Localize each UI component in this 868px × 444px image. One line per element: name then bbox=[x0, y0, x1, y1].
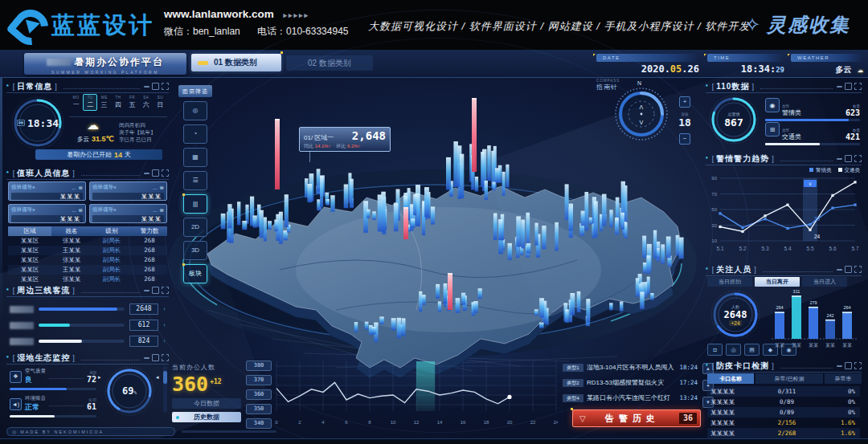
compass-widget: COMPASS 指南针 N ᐱ ᐯ + 层级 18 − bbox=[595, 79, 691, 167]
list-layer-button[interactable]: ☰ bbox=[183, 171, 207, 190]
badge-icon[interactable]: ◎ bbox=[726, 344, 741, 356]
flow-row: 2648↑ bbox=[10, 303, 166, 315]
window-icon[interactable] bbox=[152, 287, 159, 294]
svg-text:5.4: 5.4 bbox=[784, 246, 791, 251]
checkpoint-row: 某某某某2/1561.6% bbox=[707, 418, 860, 428]
tooltip-index: 01/ bbox=[304, 134, 313, 141]
brand-name: 蓝蓝设计 bbox=[51, 10, 154, 42]
mode-block-button[interactable]: 板块 bbox=[183, 264, 207, 283]
y-tick: 380 bbox=[246, 360, 272, 371]
minimize-icon[interactable] bbox=[837, 269, 842, 271]
svg-text:10: 10 bbox=[391, 420, 396, 425]
table-header: 区域姓名级别警力数 bbox=[8, 226, 167, 236]
mode-3d-button[interactable]: 3D bbox=[183, 241, 207, 260]
zoom-out-button[interactable]: − bbox=[679, 133, 690, 145]
panel-title: 关注人员 bbox=[716, 264, 751, 275]
arrow-icon: » bbox=[32, 185, 35, 190]
checkpoint-tab[interactable]: 异常率 bbox=[825, 373, 862, 384]
close-icon[interactable]: ⊗ bbox=[79, 185, 83, 191]
window-icon[interactable] bbox=[845, 155, 852, 162]
expand-icon[interactable] bbox=[162, 169, 169, 177]
minimize-icon[interactable] bbox=[837, 86, 842, 88]
today-data-button[interactable]: 今日数据 bbox=[172, 398, 241, 409]
window-icon[interactable] bbox=[152, 83, 159, 90]
panel-header: *[周边三线客流] bbox=[6, 284, 169, 297]
duty-leader-card[interactable]: 值班领导 »...⊗某某某 bbox=[8, 181, 86, 201]
duty-leader-card[interactable]: 值班领导 »...⊗某某某 bbox=[89, 181, 167, 201]
minimize-icon[interactable] bbox=[144, 173, 149, 174]
y-tick: 340 bbox=[246, 418, 272, 429]
col-header[interactable]: 级别 bbox=[92, 226, 132, 236]
week-cell[interactable]: TH四 bbox=[111, 94, 125, 111]
week-cell[interactable]: SU日 bbox=[154, 94, 167, 111]
window-icon[interactable] bbox=[845, 83, 852, 90]
window-icon[interactable] bbox=[152, 354, 159, 361]
duty-leader-card[interactable]: 值班领导 »...⊗某某某 bbox=[89, 204, 167, 223]
panel-header: *[警情警力趋势] bbox=[706, 153, 862, 165]
expand-icon[interactable] bbox=[854, 155, 862, 162]
tab-data-category-2[interactable]: 02 数据类别 bbox=[286, 55, 373, 71]
car-icon[interactable]: ◘ bbox=[707, 344, 723, 356]
minimize-icon[interactable] bbox=[837, 158, 842, 160]
bars-layer-button[interactable]: ||| bbox=[183, 194, 207, 214]
flow-bar bbox=[39, 324, 70, 327]
metric-value: 61 bbox=[87, 402, 96, 411]
category-name: 交通类 bbox=[782, 132, 801, 141]
duty-leader-card[interactable]: 值班领导 »...⊗某某某 bbox=[8, 204, 86, 223]
week-cell[interactable]: WE三 bbox=[97, 94, 111, 111]
svg-text:16: 16 bbox=[461, 420, 466, 425]
alert-history-count: 36 bbox=[679, 413, 697, 424]
alert-time: 17:24 bbox=[679, 379, 698, 386]
alert-row[interactable]: 类型1湿地3-104片区有不明人员闯入18:24 bbox=[563, 361, 698, 373]
window-buttons bbox=[144, 287, 169, 294]
bracket: [ bbox=[13, 287, 15, 295]
gauge-right-arrow[interactable]: ◂ bbox=[156, 374, 159, 381]
close-icon[interactable]: ⊗ bbox=[79, 207, 83, 214]
window-buttons bbox=[144, 354, 169, 361]
alert-history-banner[interactable]: ▽ 告警历史 36 bbox=[572, 409, 701, 427]
expand-icon[interactable] bbox=[162, 287, 169, 294]
bracket: ] bbox=[751, 83, 754, 91]
history-data-button[interactable]: 历史数据 bbox=[172, 412, 241, 422]
week-cell[interactable]: FR五 bbox=[125, 94, 139, 111]
checkpoint-tab[interactable]: 异常/已检测 bbox=[755, 373, 823, 384]
poi-layer-button[interactable]: ◎ bbox=[183, 101, 207, 120]
minimize-icon[interactable] bbox=[144, 357, 149, 359]
week-cell[interactable]: TU二 bbox=[83, 94, 96, 111]
alert-row[interactable]: 类型2RD13-53烟感报警疑似火灾17:24 bbox=[563, 377, 698, 389]
focus-tab[interactable]: 当日抓拍 bbox=[707, 277, 752, 287]
minimize-icon[interactable] bbox=[144, 86, 149, 88]
mini-scrollbar[interactable] bbox=[163, 366, 167, 413]
window-icon[interactable] bbox=[152, 169, 159, 177]
minimize-icon[interactable] bbox=[144, 290, 149, 291]
col-header[interactable]: 区域 bbox=[8, 226, 51, 236]
110-category-row: ◉类型警情类数量623 bbox=[765, 98, 860, 121]
close-icon[interactable]: ⊗ bbox=[160, 207, 164, 214]
col-header[interactable]: 警力数 bbox=[132, 226, 167, 236]
expand-icon[interactable] bbox=[162, 354, 169, 361]
window-icon[interactable] bbox=[845, 266, 852, 273]
week-cell[interactable]: SA六 bbox=[139, 94, 153, 111]
window-icon[interactable] bbox=[845, 362, 852, 369]
zoom-in-button[interactable]: + bbox=[679, 96, 690, 108]
metric-value: 72 bbox=[87, 375, 96, 384]
col-header[interactable]: 姓名 bbox=[51, 226, 92, 236]
expand-icon[interactable] bbox=[854, 362, 862, 369]
checkpoint-tab[interactable]: 卡口名称 bbox=[707, 373, 754, 384]
grid-layer-button[interactable]: ▦ bbox=[183, 148, 207, 167]
alert-row[interactable]: 类型4某路口有小汽车连闯三个红灯13:24 bbox=[563, 392, 698, 404]
map-tooltip[interactable]: 01/ 区域一 2,648 同比 14.1%↑ 环比 6.2%↑ bbox=[299, 127, 391, 152]
close-icon[interactable]: ⊗ bbox=[160, 185, 164, 191]
expand-icon[interactable] bbox=[854, 266, 862, 273]
tab-data-category-1[interactable]: 01 数据类别 bbox=[191, 54, 281, 71]
list-icon[interactable]: ▤ bbox=[744, 344, 760, 356]
gauge-left-arrow[interactable]: ▸ bbox=[98, 374, 101, 381]
mode-2d-button[interactable]: 2D bbox=[183, 218, 207, 237]
expand-icon[interactable] bbox=[854, 83, 862, 90]
radar-layer-button[interactable]: ◔ bbox=[183, 124, 207, 144]
expand-icon[interactable] bbox=[162, 83, 169, 90]
minimize-icon[interactable] bbox=[837, 365, 842, 367]
site-url[interactable]: www.lanlanwork.com bbox=[164, 8, 274, 20]
week-cell[interactable]: MO一 bbox=[69, 94, 83, 111]
inspiration-collect[interactable]: ✧ 灵感收集 bbox=[744, 12, 850, 38]
